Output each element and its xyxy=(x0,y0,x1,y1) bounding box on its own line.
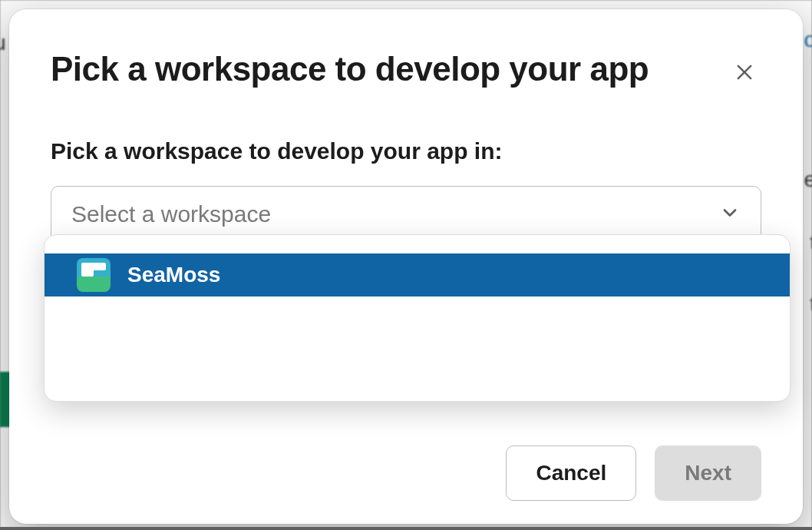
workspace-picker-modal: Pick a workspace to develop your app Pic… xyxy=(9,9,803,524)
workspace-option-seamoss[interactable]: SeaMoss xyxy=(45,253,790,296)
next-button[interactable]: Next xyxy=(655,446,761,501)
chevron-down-icon xyxy=(719,202,741,227)
close-button[interactable] xyxy=(728,55,761,89)
bottom-edge xyxy=(0,527,812,530)
workspace-option-label: SeaMoss xyxy=(127,263,220,287)
close-icon xyxy=(734,61,755,83)
cancel-button[interactable]: Cancel xyxy=(506,446,636,501)
modal-footer: Cancel Next xyxy=(51,430,761,501)
modal-header: Pick a workspace to develop your app xyxy=(51,51,761,89)
workspace-icon xyxy=(77,258,111,292)
workspace-select-placeholder: Select a workspace xyxy=(71,201,271,227)
workspace-field-label: Pick a workspace to develop your app in: xyxy=(51,138,761,164)
workspace-select-wrap: Select a workspace SeaMoss xyxy=(51,186,761,243)
workspace-dropdown: SeaMoss xyxy=(44,234,791,402)
modal-title: Pick a workspace to develop your app xyxy=(51,51,649,88)
